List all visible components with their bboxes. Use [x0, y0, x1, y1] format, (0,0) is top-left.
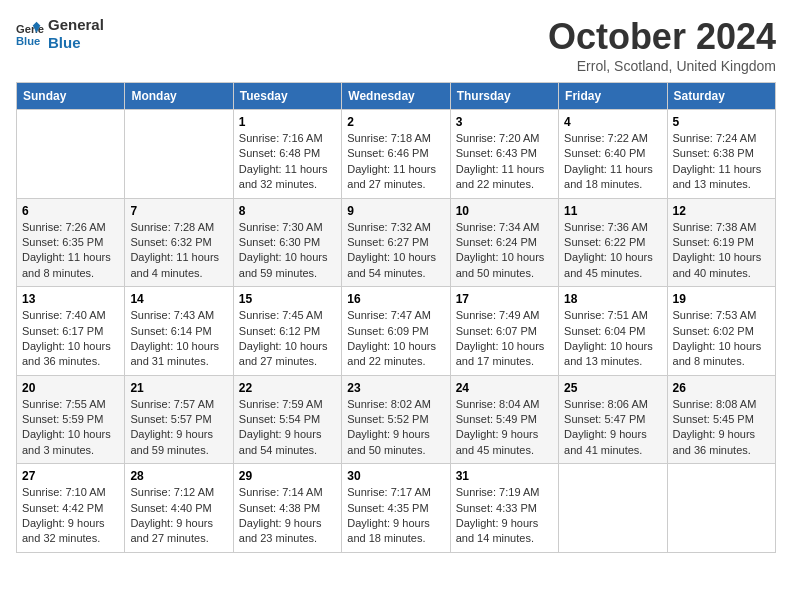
logo-icon: General Blue	[16, 20, 44, 48]
day-number: 27	[22, 469, 119, 483]
day-number: 16	[347, 292, 444, 306]
calendar-day: 23 Sunrise: 8:02 AM Sunset: 5:52 PM Dayl…	[342, 375, 450, 464]
day-info: Sunrise: 7:57 AM Sunset: 5:57 PM Dayligh…	[130, 397, 227, 459]
calendar-day: 8 Sunrise: 7:30 AM Sunset: 6:30 PM Dayli…	[233, 198, 341, 287]
daylight-text: Daylight: 9 hours and 41 minutes.	[564, 427, 661, 458]
day-info: Sunrise: 7:30 AM Sunset: 6:30 PM Dayligh…	[239, 220, 336, 282]
calendar-day: 1 Sunrise: 7:16 AM Sunset: 6:48 PM Dayli…	[233, 110, 341, 199]
calendar-day	[125, 110, 233, 199]
calendar-day: 7 Sunrise: 7:28 AM Sunset: 6:32 PM Dayli…	[125, 198, 233, 287]
sunset-text: Sunset: 6:40 PM	[564, 146, 661, 161]
daylight-text: Daylight: 10 hours and 13 minutes.	[564, 339, 661, 370]
calendar-day: 12 Sunrise: 7:38 AM Sunset: 6:19 PM Dayl…	[667, 198, 775, 287]
daylight-text: Daylight: 9 hours and 27 minutes.	[130, 516, 227, 547]
day-number: 2	[347, 115, 444, 129]
sunset-text: Sunset: 6:17 PM	[22, 324, 119, 339]
sunrise-text: Sunrise: 7:57 AM	[130, 397, 227, 412]
sunset-text: Sunset: 6:04 PM	[564, 324, 661, 339]
day-info: Sunrise: 8:02 AM Sunset: 5:52 PM Dayligh…	[347, 397, 444, 459]
day-info: Sunrise: 7:28 AM Sunset: 6:32 PM Dayligh…	[130, 220, 227, 282]
sunrise-text: Sunrise: 8:02 AM	[347, 397, 444, 412]
day-number: 19	[673, 292, 770, 306]
calendar-day: 19 Sunrise: 7:53 AM Sunset: 6:02 PM Dayl…	[667, 287, 775, 376]
day-info: Sunrise: 7:53 AM Sunset: 6:02 PM Dayligh…	[673, 308, 770, 370]
day-number: 4	[564, 115, 661, 129]
day-info: Sunrise: 7:45 AM Sunset: 6:12 PM Dayligh…	[239, 308, 336, 370]
sunset-text: Sunset: 4:40 PM	[130, 501, 227, 516]
day-info: Sunrise: 7:24 AM Sunset: 6:38 PM Dayligh…	[673, 131, 770, 193]
daylight-text: Daylight: 10 hours and 27 minutes.	[239, 339, 336, 370]
sunset-text: Sunset: 5:45 PM	[673, 412, 770, 427]
sunrise-text: Sunrise: 7:10 AM	[22, 485, 119, 500]
calendar-day: 29 Sunrise: 7:14 AM Sunset: 4:38 PM Dayl…	[233, 464, 341, 553]
sunrise-text: Sunrise: 7:34 AM	[456, 220, 553, 235]
day-number: 25	[564, 381, 661, 395]
daylight-text: Daylight: 11 hours and 18 minutes.	[564, 162, 661, 193]
sunset-text: Sunset: 6:22 PM	[564, 235, 661, 250]
daylight-text: Daylight: 9 hours and 45 minutes.	[456, 427, 553, 458]
day-number: 23	[347, 381, 444, 395]
day-info: Sunrise: 7:47 AM Sunset: 6:09 PM Dayligh…	[347, 308, 444, 370]
daylight-text: Daylight: 10 hours and 45 minutes.	[564, 250, 661, 281]
sunrise-text: Sunrise: 7:59 AM	[239, 397, 336, 412]
day-number: 5	[673, 115, 770, 129]
day-info: Sunrise: 7:18 AM Sunset: 6:46 PM Dayligh…	[347, 131, 444, 193]
sunrise-text: Sunrise: 7:40 AM	[22, 308, 119, 323]
day-number: 20	[22, 381, 119, 395]
calendar-day: 14 Sunrise: 7:43 AM Sunset: 6:14 PM Dayl…	[125, 287, 233, 376]
calendar-day: 2 Sunrise: 7:18 AM Sunset: 6:46 PM Dayli…	[342, 110, 450, 199]
calendar-day	[17, 110, 125, 199]
sunrise-text: Sunrise: 7:43 AM	[130, 308, 227, 323]
sunrise-text: Sunrise: 7:53 AM	[673, 308, 770, 323]
day-info: Sunrise: 7:43 AM Sunset: 6:14 PM Dayligh…	[130, 308, 227, 370]
day-info: Sunrise: 7:22 AM Sunset: 6:40 PM Dayligh…	[564, 131, 661, 193]
day-info: Sunrise: 7:19 AM Sunset: 4:33 PM Dayligh…	[456, 485, 553, 547]
sunrise-text: Sunrise: 7:32 AM	[347, 220, 444, 235]
sunset-text: Sunset: 6:30 PM	[239, 235, 336, 250]
calendar-day: 9 Sunrise: 7:32 AM Sunset: 6:27 PM Dayli…	[342, 198, 450, 287]
daylight-text: Daylight: 9 hours and 14 minutes.	[456, 516, 553, 547]
day-info: Sunrise: 7:34 AM Sunset: 6:24 PM Dayligh…	[456, 220, 553, 282]
day-number: 26	[673, 381, 770, 395]
sunrise-text: Sunrise: 7:12 AM	[130, 485, 227, 500]
header-sunday: Sunday	[17, 83, 125, 110]
daylight-text: Daylight: 10 hours and 8 minutes.	[673, 339, 770, 370]
day-number: 28	[130, 469, 227, 483]
daylight-text: Daylight: 9 hours and 50 minutes.	[347, 427, 444, 458]
calendar-week-4: 27 Sunrise: 7:10 AM Sunset: 4:42 PM Dayl…	[17, 464, 776, 553]
daylight-text: Daylight: 11 hours and 27 minutes.	[347, 162, 444, 193]
calendar-week-2: 13 Sunrise: 7:40 AM Sunset: 6:17 PM Dayl…	[17, 287, 776, 376]
sunset-text: Sunset: 6:43 PM	[456, 146, 553, 161]
day-info: Sunrise: 7:38 AM Sunset: 6:19 PM Dayligh…	[673, 220, 770, 282]
sunset-text: Sunset: 5:54 PM	[239, 412, 336, 427]
daylight-text: Daylight: 9 hours and 36 minutes.	[673, 427, 770, 458]
sunrise-text: Sunrise: 8:06 AM	[564, 397, 661, 412]
header-wednesday: Wednesday	[342, 83, 450, 110]
logo: General Blue General Blue	[16, 16, 104, 52]
sunset-text: Sunset: 6:14 PM	[130, 324, 227, 339]
calendar-day: 13 Sunrise: 7:40 AM Sunset: 6:17 PM Dayl…	[17, 287, 125, 376]
daylight-text: Daylight: 9 hours and 59 minutes.	[130, 427, 227, 458]
day-info: Sunrise: 7:26 AM Sunset: 6:35 PM Dayligh…	[22, 220, 119, 282]
daylight-text: Daylight: 9 hours and 32 minutes.	[22, 516, 119, 547]
sunset-text: Sunset: 6:12 PM	[239, 324, 336, 339]
day-info: Sunrise: 8:08 AM Sunset: 5:45 PM Dayligh…	[673, 397, 770, 459]
day-info: Sunrise: 7:55 AM Sunset: 5:59 PM Dayligh…	[22, 397, 119, 459]
day-number: 14	[130, 292, 227, 306]
sunrise-text: Sunrise: 7:20 AM	[456, 131, 553, 146]
daylight-text: Daylight: 10 hours and 22 minutes.	[347, 339, 444, 370]
sunset-text: Sunset: 6:32 PM	[130, 235, 227, 250]
calendar-day: 11 Sunrise: 7:36 AM Sunset: 6:22 PM Dayl…	[559, 198, 667, 287]
daylight-text: Daylight: 11 hours and 22 minutes.	[456, 162, 553, 193]
header-monday: Monday	[125, 83, 233, 110]
calendar-day: 17 Sunrise: 7:49 AM Sunset: 6:07 PM Dayl…	[450, 287, 558, 376]
header-row: SundayMondayTuesdayWednesdayThursdayFrid…	[17, 83, 776, 110]
calendar-day: 24 Sunrise: 8:04 AM Sunset: 5:49 PM Dayl…	[450, 375, 558, 464]
day-info: Sunrise: 7:49 AM Sunset: 6:07 PM Dayligh…	[456, 308, 553, 370]
calendar-day: 21 Sunrise: 7:57 AM Sunset: 5:57 PM Dayl…	[125, 375, 233, 464]
sunrise-text: Sunrise: 7:47 AM	[347, 308, 444, 323]
sunrise-text: Sunrise: 8:04 AM	[456, 397, 553, 412]
calendar-day: 15 Sunrise: 7:45 AM Sunset: 6:12 PM Dayl…	[233, 287, 341, 376]
day-number: 15	[239, 292, 336, 306]
day-number: 29	[239, 469, 336, 483]
